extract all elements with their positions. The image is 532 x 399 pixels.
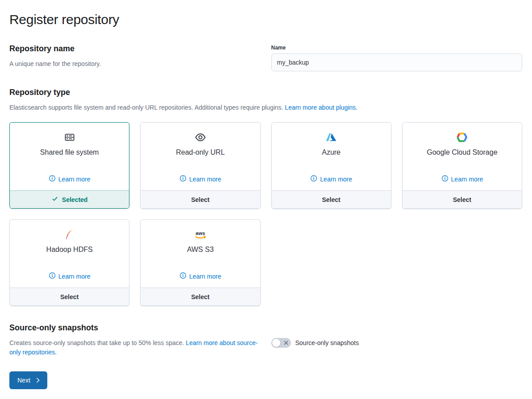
source-only-toggle-row: Source-only snapshots — [271, 338, 523, 348]
card-title: Read-only URL — [176, 148, 224, 156]
source-only-toggle-label[interactable]: Source-only snapshots — [295, 339, 359, 346]
eye-icon — [195, 131, 206, 144]
aws-icon: aws — [194, 228, 207, 241]
card-body: Azure Learn more — [272, 123, 391, 190]
azure-icon — [325, 131, 337, 144]
check-icon — [51, 195, 58, 204]
repository-name-description: A unique name for the repository. — [9, 59, 261, 69]
card-title: Azure — [322, 148, 341, 156]
repository-type-section: Repository type Elasticsearch supports f… — [9, 86, 522, 306]
card-action-label: Select — [453, 196, 471, 203]
card-title: AWS S3 — [187, 246, 214, 254]
svg-text:aws: aws — [195, 230, 205, 235]
repo-type-card-azure[interactable]: Azure Learn more Select — [271, 122, 391, 209]
card-body: aws AWS S3 Learn more — [141, 220, 260, 288]
toggle-cross-icon — [283, 340, 289, 346]
card-body: Hadoop HDFS Learn more — [10, 220, 129, 288]
info-icon — [179, 272, 187, 280]
select-button[interactable]: Select — [141, 288, 260, 305]
source-only-description: Creates source-only snapshots that take … — [9, 338, 261, 357]
card-action-label: Select — [60, 293, 79, 300]
info-icon — [49, 272, 56, 280]
toggle-thumb — [272, 338, 281, 347]
repository-type-heading: Repository type — [9, 86, 522, 99]
learn-more-link[interactable]: Learn more — [179, 272, 221, 280]
repository-name-input[interactable] — [271, 53, 523, 71]
page-title: Register repository — [9, 12, 522, 28]
info-icon — [310, 175, 317, 183]
info-icon — [49, 175, 56, 183]
google-cloud-icon — [457, 131, 467, 144]
repository-type-description: Elasticsearch supports file system and r… — [9, 103, 522, 112]
info-icon — [441, 175, 449, 183]
next-button[interactable]: Next — [9, 371, 47, 389]
card-body: Read-only URL Learn more — [141, 123, 260, 190]
card-title: Hadoop HDFS — [46, 246, 93, 254]
repo-type-card-hadoop-hdfs[interactable]: Hadoop HDFS Learn more Select — [9, 219, 129, 306]
card-body: Shared file system Learn more — [10, 123, 129, 190]
learn-more-link[interactable]: Learn more — [49, 175, 91, 183]
learn-more-label: Learn more — [320, 176, 352, 183]
learn-more-link[interactable]: Learn more — [441, 175, 483, 183]
learn-more-label: Learn more — [58, 273, 91, 280]
card-body: Google Cloud Storage Learn more — [403, 123, 522, 190]
select-button[interactable]: Select — [272, 190, 391, 208]
repository-type-cards: Shared file system Learn more Selected — [9, 122, 522, 306]
card-action-label: Select — [191, 196, 209, 203]
repo-type-card-google-cloud-storage[interactable]: Google Cloud Storage Learn more Select — [402, 122, 522, 209]
repository-name-heading: Repository name — [9, 43, 261, 55]
repo-type-card-aws-s3[interactable]: aws AWS S3 Learn more Select — [140, 219, 260, 306]
source-only-description-column: Source-only snapshots Creates source-onl… — [9, 322, 261, 357]
learn-more-label: Learn more — [58, 176, 91, 183]
learn-more-link[interactable]: Learn more — [179, 175, 221, 183]
learn-more-link[interactable]: Learn more — [310, 175, 352, 183]
select-button[interactable]: Select — [403, 190, 522, 208]
card-action-label: Select — [322, 196, 341, 203]
select-button[interactable]: Select — [141, 190, 260, 208]
repository-name-section: Repository name A unique name for the re… — [9, 43, 522, 71]
arrow-right-icon — [35, 377, 41, 383]
name-field-label: Name — [271, 45, 523, 51]
card-action-label: Selected — [62, 196, 88, 203]
card-title: Google Cloud Storage — [427, 148, 497, 156]
source-only-heading: Source-only snapshots — [9, 322, 261, 334]
storage-icon — [64, 131, 75, 144]
source-only-description-text: Creates source-only snapshots that take … — [9, 339, 184, 346]
selected-indicator[interactable]: Selected — [10, 190, 129, 208]
card-action-label: Select — [191, 293, 209, 300]
learn-more-label: Learn more — [451, 176, 483, 183]
repo-type-card-shared-file-system[interactable]: Shared file system Learn more Selected — [9, 122, 129, 209]
next-button-label: Next — [17, 377, 30, 384]
repository-name-field-column: Name — [271, 43, 523, 71]
card-title: Shared file system — [40, 148, 99, 156]
learn-more-label: Learn more — [189, 273, 221, 280]
learn-more-link[interactable]: Learn more — [49, 272, 91, 280]
hadoop-feather-icon — [64, 228, 75, 241]
repository-name-description-column: Repository name A unique name for the re… — [9, 43, 261, 71]
learn-more-label: Learn more — [189, 176, 221, 183]
select-button[interactable]: Select — [10, 288, 129, 305]
plugins-learn-more-link[interactable]: Learn more about plugins. — [285, 104, 357, 111]
source-only-control-column: Source-only snapshots — [271, 322, 523, 357]
source-only-toggle[interactable] — [271, 338, 291, 348]
repository-type-description-text: Elasticsearch supports file system and r… — [9, 104, 283, 111]
repo-type-card-read-only-url[interactable]: Read-only URL Learn more Select — [140, 122, 260, 209]
register-repository-page: Register repository Repository name A un… — [0, 0, 532, 399]
info-icon — [179, 175, 187, 183]
source-only-section: Source-only snapshots Creates source-onl… — [9, 322, 522, 357]
